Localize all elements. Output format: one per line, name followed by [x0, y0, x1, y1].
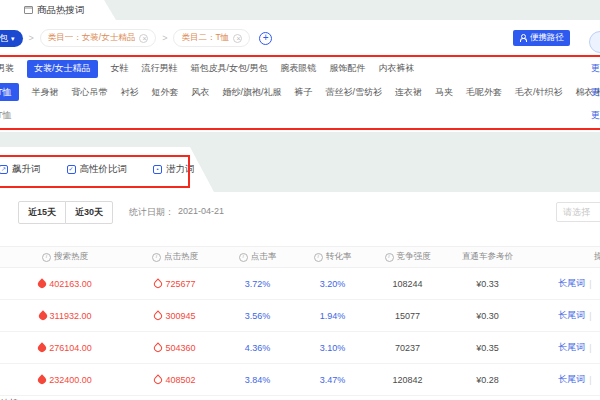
more-link[interactable]: 更多 [591, 86, 600, 99]
link-divider: | [589, 375, 591, 385]
info-icon [152, 253, 161, 262]
chevron-down-icon [11, 33, 15, 43]
click-flame-icon [153, 342, 164, 353]
category-item[interactable]: 箱包皮具/女包/男包 [191, 62, 268, 75]
link-divider: | [589, 279, 591, 289]
word-type-cell: 长尾词| [530, 277, 600, 290]
table-header-row: 搜索热度 点击热度 点击率 转化率 竞争强度 直通车参考价 操作 [0, 246, 600, 268]
category-row-level1: 男装 女装/女士精品 女鞋流行男鞋箱包皮具/女包/男包腕表眼镜服饰配件内衣裤袜 … [0, 57, 600, 81]
link-divider: | [589, 343, 591, 353]
header-ppc[interactable]: 直通车参考价 [445, 251, 530, 263]
click-flame-icon [153, 374, 164, 385]
close-icon[interactable] [233, 34, 242, 43]
annotation-rect-tabs [0, 155, 190, 188]
category-item[interactable]: 短外套 [152, 86, 179, 99]
close-icon[interactable] [139, 34, 148, 43]
competition-cell: 108244 [370, 279, 445, 289]
long-tail-word-link[interactable]: 长尾词 [558, 309, 585, 322]
breadcrumb-chip-level1[interactable]: 类目一：女装/女士精品 [40, 29, 156, 47]
search-heat-cell: 402163.00 [0, 279, 130, 289]
category-item[interactable]: 毛衣/针织衫 [515, 86, 563, 99]
header-competition[interactable]: 竞争强度 [370, 251, 445, 263]
top-strip: 商品热搜词 [0, 0, 600, 20]
click-heat-cell: 300945 [130, 311, 220, 321]
link-divider: | [589, 311, 591, 321]
info-icon [42, 253, 51, 262]
range-30d-button[interactable]: 近30天 [65, 201, 113, 224]
category-item[interactable]: 衬衫 [121, 86, 139, 99]
breadcrumb: 箱包 > 类目一：女装/女士精品 > 类目二：T恤 便携路径 [0, 20, 600, 56]
category-item[interactable]: 内衣裤袜 [379, 62, 415, 75]
category-item[interactable]: 女鞋 [111, 62, 129, 75]
info-icon [314, 253, 323, 262]
category-item[interactable]: 服饰配件 [330, 62, 366, 75]
category-selected-chip[interactable]: 女装/女士精品 [27, 60, 98, 78]
click-flame-icon [153, 310, 164, 321]
breadcrumb-chip-level2[interactable]: 类目二：T恤 [173, 29, 250, 47]
cvr-cell: 3.20% [295, 279, 370, 289]
info-icon [385, 253, 394, 262]
competition-cell: 70237 [370, 343, 445, 353]
category-item[interactable]: 半身裙 [32, 86, 59, 99]
long-tail-word-link[interactable]: 长尾词 [558, 277, 585, 290]
long-tail-word-link[interactable]: 长尾词 [558, 373, 585, 386]
category-item[interactable]: 婚纱/旗袍/礼服 [223, 86, 282, 99]
page-title: 商品热搜词 [37, 4, 85, 17]
more-link[interactable]: 更多 [591, 109, 600, 122]
click-heat-cell: 504360 [130, 343, 220, 353]
click-heat-cell: 725677 [130, 279, 220, 289]
category-item[interactable]: 男装 [0, 62, 14, 75]
filter-bar: 近15天 近30天 统计日期： 2021-04-21 请选择 [0, 192, 600, 232]
cvr-cell: 1.94% [295, 311, 370, 321]
category-item[interactable]: 马夹 [435, 86, 453, 99]
table-row: 276104.00 504360 4.36% 3.10% 70237 ¥0.35… [0, 332, 600, 364]
range-15d-button[interactable]: 近15天 [18, 201, 66, 224]
ppc-cell: ¥0.28 [445, 375, 530, 385]
annotation-line-bottom [0, 128, 600, 130]
statistic-date: 统计日期： 2021-04-21 [129, 206, 224, 219]
window-icon [24, 6, 33, 14]
category-item[interactable]: 连衣裙 [395, 86, 422, 99]
ppc-cell: ¥0.33 [445, 279, 530, 289]
header-click-heat[interactable]: 点击热度 [130, 251, 220, 263]
ctr-cell: 3.56% [220, 311, 295, 321]
cvr-cell: 3.47% [295, 375, 370, 385]
category-item[interactable]: 风衣 [192, 86, 210, 99]
floating-helper-bubble[interactable] [589, 31, 600, 53]
table-row: 311932.00 300945 3.56% 1.94% 15077 ¥0.30… [0, 300, 600, 332]
competition-cell: 15077 [370, 311, 445, 321]
category-pill-label: 箱包 [0, 32, 8, 45]
header-cvr[interactable]: 转化率 [295, 251, 370, 263]
category-row-level2: T恤 半身裙背心吊带衬衫短外套风衣婚纱/旗袍/礼服裤子蕾丝衫/雪纺衫连衣裙马夹毛… [0, 81, 600, 105]
select-input[interactable]: 请选择 [556, 202, 600, 222]
category-item[interactable]: 背心吊带 [72, 86, 108, 99]
tab-product-hot-search[interactable]: 商品热搜词 [0, 0, 116, 20]
ctr-cell: 3.72% [220, 279, 295, 289]
table-row: 232400.00 408502 3.84% 3.47% 120842 ¥0.2… [0, 364, 600, 396]
category-selected-chip[interactable]: T恤 [0, 83, 19, 101]
category-pill-dropdown[interactable]: 箱包 [0, 30, 23, 47]
category-item[interactable]: 流行男鞋 [142, 62, 178, 75]
flame-icon [37, 278, 48, 289]
category-item[interactable]: 腕表眼镜 [281, 62, 317, 75]
breadcrumb-chip-label: 类目二：T恤 [181, 32, 229, 44]
search-heat-cell: 311932.00 [0, 311, 130, 321]
header-ctr[interactable]: 点击率 [220, 251, 295, 263]
portable-path-button[interactable]: 便携路径 [513, 30, 570, 46]
ppc-cell: ¥0.30 [445, 311, 530, 321]
category-item[interactable]: 毛呢外套 [466, 86, 502, 99]
long-tail-word-link[interactable]: 长尾词 [558, 341, 585, 354]
person-icon [519, 34, 526, 42]
more-link[interactable]: 更多 [591, 62, 600, 75]
header-search-heat[interactable]: 搜索热度 [0, 251, 130, 263]
add-category-icon[interactable] [259, 32, 272, 45]
main-content: 近15天 近30天 统计日期： 2021-04-21 请选择 搜索热度 点击热度… [0, 192, 600, 400]
category-item[interactable]: 裤子 [295, 86, 313, 99]
portable-path-label: 便携路径 [530, 32, 564, 44]
header-action: 操作 [530, 251, 600, 263]
search-heat-cell: 232400.00 [0, 375, 130, 385]
flame-icon [37, 310, 48, 321]
breadcrumb-chip-label: 类目一：女装/女士精品 [48, 32, 135, 44]
category-item[interactable]: 蕾丝衫/雪纺衫 [326, 86, 383, 99]
category-item[interactable]: T恤 [0, 109, 12, 122]
